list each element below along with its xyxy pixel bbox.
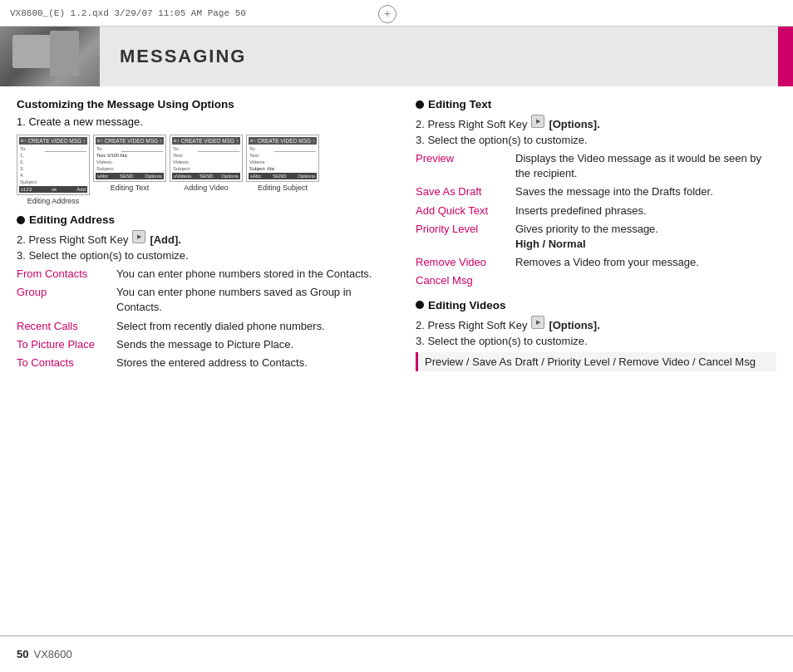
step2-address: 2. Press Right Soft Key [Add].	[17, 230, 382, 246]
table-row: To Picture Place Sends the message to Pi…	[17, 336, 382, 354]
option-name: Preview	[416, 150, 515, 183]
option-desc: Displays the Video message as it would b…	[515, 150, 776, 183]
section-title: Customizing the Message Using Options	[17, 98, 382, 110]
right-column: Editing Text 2. Press Right Soft Key [Op…	[399, 98, 776, 635]
bullet-dot-2	[416, 101, 424, 109]
ph-row-text3: Text:	[172, 152, 240, 159]
option-desc: You can enter phone numbers stored in th…	[116, 265, 382, 283]
ph-row-subj3: Subject:	[172, 165, 240, 172]
top-bar: VX8600_(E) 1.2.qxd 3/29/07 11:05 AM Page…	[0, 0, 793, 27]
editing-address-section: Editing Address 2. Press Right Soft Key …	[17, 213, 382, 372]
table-row: Recent Calls Select from recently dialed…	[17, 317, 382, 336]
editing-videos-section: Editing Videos 2. Press Right Soft Key […	[416, 299, 776, 371]
phone-caption-4: Editing Subject	[246, 184, 319, 192]
editing-text-section: Editing Text 2. Press Right Soft Key [Op…	[416, 98, 776, 291]
ph-row-to: To:	[19, 145, 87, 152]
page-footer: 50 VX8600	[0, 635, 793, 672]
option-desc: Sends the message to Picture Place.	[116, 336, 382, 354]
option-desc: Inserts predefined phrases.	[515, 202, 776, 220]
option-name: Save As Draft	[416, 183, 515, 201]
option-desc: Select from recently dialed phone number…	[116, 317, 382, 336]
option-desc: You can enter phone numbers saved as Gro…	[116, 283, 382, 316]
ph-footer-3: sVideosSENDOptions	[172, 173, 240, 179]
ph-header-4: ≡↑CREATE VIDEO MSG↑	[249, 137, 317, 145]
main-content: Customizing the Message Using Options 1.…	[0, 86, 793, 635]
ph-row-text2: Text: 0/100 Abc	[96, 152, 164, 159]
registration-mark	[378, 5, 396, 23]
ph-row-3: 3.	[19, 165, 87, 172]
ph-row-text4: Text:	[249, 152, 317, 159]
ph-footer-2: sAbcSENDOptions	[96, 173, 164, 179]
bullet-dot	[17, 216, 25, 224]
step2-videos: 2. Press Right Soft Key [Options].	[416, 316, 776, 331]
ph-row-subj2: Subject:	[96, 165, 164, 172]
editing-text-title: Editing Text	[416, 98, 776, 110]
right-soft-key-icon-3	[531, 316, 544, 329]
editing-videos-title: Editing Videos	[416, 299, 776, 311]
step3-text: 3. Select the option(s) to customize.	[416, 134, 776, 146]
right-soft-key-icon-2	[531, 115, 544, 128]
phone-editing-subject: ≡↑CREATE VIDEO MSG↑ To: Text: Videos: Su…	[246, 135, 319, 205]
ph-header-1: ≡↑CREATE VIDEO MSG↑	[19, 137, 87, 145]
option-name: To Picture Place	[17, 336, 116, 354]
table-row: Add Quick Text Inserts predefined phrase…	[416, 202, 776, 220]
ph-row-vid4: Videos:	[249, 159, 317, 165]
table-row: From Contacts You can enter phone number…	[17, 265, 382, 283]
table-row: Cancel Msg	[416, 272, 776, 290]
step3-address: 3. Select the option(s) to customize.	[17, 249, 382, 262]
ph-footer-1: s123okAdd	[19, 186, 87, 193]
phones-row: ≡↑CREATE VIDEO MSG↑ To: 1. 2. 3. 4. Subj…	[17, 135, 382, 205]
option-desc: Stores the entered address to Contacts.	[116, 354, 382, 372]
footer-page-num: 50	[17, 648, 28, 660]
step3-videos: 3. Select the option(s) to customize.	[416, 335, 776, 347]
ph-row-1: 1.	[19, 152, 87, 159]
option-name: Priority Level	[416, 220, 515, 253]
table-row: Priority Level Gives priority to the mes…	[416, 220, 776, 253]
ph-row-to4: To:	[249, 145, 317, 152]
bullet-dot-3	[416, 301, 424, 309]
left-column: Customizing the Message Using Options 1.…	[17, 98, 399, 635]
filename-label: VX8600_(E) 1.2.qxd 3/29/07 11:05 AM Page…	[10, 8, 246, 18]
address-options-table: From Contacts You can enter phone number…	[17, 265, 382, 372]
ph-row-vid2: Videos:	[96, 159, 164, 165]
phone-editing-text: ≡↑CREATE VIDEO MSG↑ To: Text: 0/100 Abc …	[93, 135, 166, 205]
phone-caption-1: Editing Address	[17, 197, 90, 205]
table-row: Remove Video Removes a Video from your m…	[416, 253, 776, 272]
table-row: To Contacts Stores the entered address t…	[17, 354, 382, 372]
option-desc	[515, 272, 776, 290]
header-title-area: MESSAGING	[100, 27, 778, 86]
table-row: Save As Draft Saves the message into the…	[416, 183, 776, 201]
table-row: Group You can enter phone numbers saved …	[17, 283, 382, 316]
option-desc: Gives priority to the message.High / Nor…	[515, 220, 776, 253]
ph-row-vid3: Videos:	[172, 159, 240, 165]
phone-editing-address: ≡↑CREATE VIDEO MSG↑ To: 1. 2. 3. 4. Subj…	[17, 135, 90, 205]
ph-row-to2: To:	[96, 145, 164, 152]
option-desc: Removes a Video from your message.	[515, 253, 776, 272]
option-name: From Contacts	[17, 265, 116, 283]
phone-caption-3: Adding Video	[170, 184, 243, 192]
phone-adding-video: ≡↑CREATE VIDEO MSG↑ To: Text: Videos: Su…	[170, 135, 243, 205]
right-soft-key-icon	[132, 230, 145, 243]
ph-header-3: ≡↑CREATE VIDEO MSG↑	[172, 137, 240, 145]
ph-footer-4: sAbcSENDOptions	[249, 173, 317, 179]
ph-row-subj4: Subject: Abc	[249, 165, 317, 172]
page-header: MESSAGING	[0, 27, 793, 86]
ph-row-2: 2.	[19, 159, 87, 165]
header-accent-bar	[778, 27, 793, 86]
step1-text: 1. Create a new message.	[17, 115, 382, 128]
ph-row-to3: To:	[172, 145, 240, 152]
option-name: Group	[17, 283, 116, 316]
ph-row-4: 4.	[19, 172, 87, 179]
header-image	[0, 27, 100, 86]
option-name: Recent Calls	[17, 317, 116, 336]
table-row: Preview Displays the Video message as it…	[416, 150, 776, 183]
ph-header-2: ≡↑CREATE VIDEO MSG↑	[96, 137, 164, 145]
option-desc: Saves the message into the Drafts folder…	[515, 183, 776, 201]
option-name: To Contacts	[17, 354, 116, 372]
phone-caption-2: Editing Text	[93, 184, 166, 192]
option-name: Remove Video	[416, 253, 515, 272]
step2-text: 2. Press Right Soft Key [Options].	[416, 115, 776, 130]
editing-address-title: Editing Address	[17, 213, 382, 226]
videos-summary: Preview / Save As Draft / Priority Level…	[416, 352, 776, 371]
option-name: Add Quick Text	[416, 202, 515, 220]
